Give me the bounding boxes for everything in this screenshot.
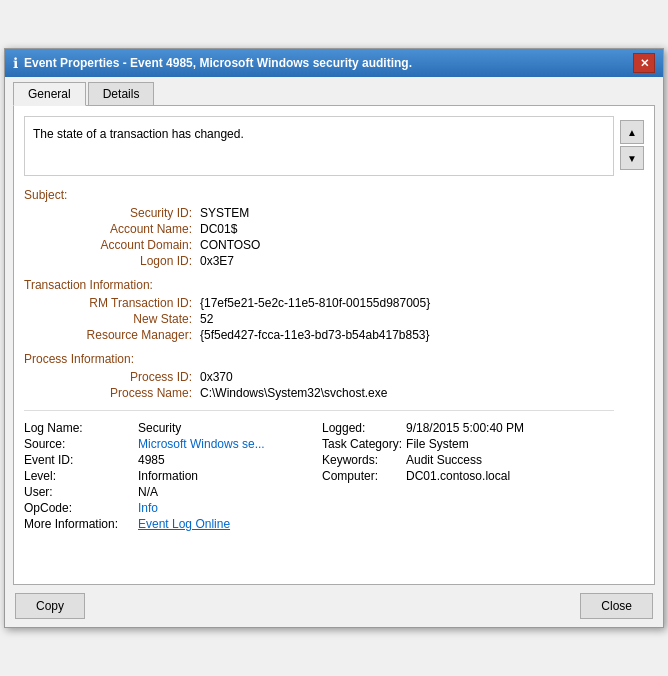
tab-general[interactable]: General — [13, 82, 86, 106]
table-row: Account Domain: CONTOSO — [24, 238, 614, 252]
info-row-source: Source: Microsoft Windows se... Task Cat… — [24, 437, 614, 451]
rm-transaction-id-label: RM Transaction ID: — [40, 296, 200, 310]
event-id-label: Event ID: — [24, 453, 134, 467]
process-id-value: 0x370 — [200, 370, 233, 384]
table-row: Account Name: DC01$ — [24, 222, 614, 236]
event-id-value: 4985 — [138, 453, 318, 467]
level-value: Information — [138, 469, 318, 483]
table-row: Process Name: C:\Windows\System32\svchos… — [24, 386, 614, 400]
table-row: RM Transaction ID: {17ef5e21-5e2c-11e5-8… — [24, 296, 614, 310]
log-name-value: Security — [138, 421, 318, 435]
resource-manager-value: {5f5ed427-fcca-11e3-bd73-b54ab417b853} — [200, 328, 430, 342]
tab-details[interactable]: Details — [88, 82, 155, 106]
security-id-value: SYSTEM — [200, 206, 249, 220]
keywords-label: Keywords: — [322, 453, 402, 467]
transaction-section: Transaction Information: RM Transaction … — [24, 278, 614, 342]
process-label: Process Information: — [24, 352, 614, 366]
info-grid: Log Name: Security Logged: 9/18/2015 5:0… — [24, 421, 614, 531]
title-icon: ℹ — [13, 55, 18, 71]
window-title: Event Properties - Event 4985, Microsoft… — [24, 56, 412, 70]
level-label: Level: — [24, 469, 134, 483]
keywords-value: Audit Success — [406, 453, 482, 467]
task-category-label: Task Category: — [322, 437, 402, 451]
source-value: Microsoft Windows se... — [138, 437, 318, 451]
info-row-more: More Information: Event Log Online — [24, 517, 614, 531]
table-row: Process ID: 0x370 — [24, 370, 614, 384]
divider — [24, 410, 614, 411]
footer: Copy Close — [5, 585, 663, 627]
main-content: The state of a transaction has changed. … — [24, 116, 614, 574]
description-text: The state of a transaction has changed. — [33, 127, 244, 141]
info-row-user: User: N/A — [24, 485, 614, 499]
process-name-label: Process Name: — [40, 386, 200, 400]
scroll-down-icon: ▼ — [627, 153, 637, 164]
user-label: User: — [24, 485, 134, 499]
table-row: New State: 52 — [24, 312, 614, 326]
copy-button[interactable]: Copy — [15, 593, 85, 619]
info-row-eventid: Event ID: 4985 Keywords: Audit Success — [24, 453, 614, 467]
info-row-level: Level: Information Computer: DC01.contos… — [24, 469, 614, 483]
opcode-value: Info — [138, 501, 318, 515]
content-area: The state of a transaction has changed. … — [13, 105, 655, 585]
table-row: Security ID: SYSTEM — [24, 206, 614, 220]
process-section: Process Information: Process ID: 0x370 P… — [24, 352, 614, 400]
tabs-container: General Details — [5, 77, 663, 105]
logon-id-value: 0x3E7 — [200, 254, 234, 268]
scroll-up-button[interactable]: ▲ — [620, 120, 644, 144]
transaction-label: Transaction Information: — [24, 278, 614, 292]
event-description: The state of a transaction has changed. — [24, 116, 614, 176]
event-log-online-link[interactable]: Event Log Online — [138, 517, 230, 531]
logon-id-label: Logon ID: — [40, 254, 200, 268]
table-row: Resource Manager: {5f5ed427-fcca-11e3-bd… — [24, 328, 614, 342]
subject-label: Subject: — [24, 188, 614, 202]
account-name-label: Account Name: — [40, 222, 200, 236]
scroll-up-icon: ▲ — [627, 127, 637, 138]
log-name-label: Log Name: — [24, 421, 134, 435]
computer-value: DC01.contoso.local — [406, 469, 510, 483]
account-name-value: DC01$ — [200, 222, 237, 236]
account-domain-label: Account Domain: — [40, 238, 200, 252]
process-id-label: Process ID: — [40, 370, 200, 384]
subject-section: Subject: Security ID: SYSTEM Account Nam… — [24, 188, 614, 268]
resource-manager-label: Resource Manager: — [40, 328, 200, 342]
title-bar-left: ℹ Event Properties - Event 4985, Microso… — [13, 55, 412, 71]
account-domain-value: CONTOSO — [200, 238, 260, 252]
window-close-button[interactable]: ✕ — [633, 53, 655, 73]
table-row: Logon ID: 0x3E7 — [24, 254, 614, 268]
opcode-label: OpCode: — [24, 501, 134, 515]
task-category-value: File System — [406, 437, 469, 451]
process-name-value: C:\Windows\System32\svchost.exe — [200, 386, 387, 400]
new-state-label: New State: — [40, 312, 200, 326]
info-row-logname: Log Name: Security Logged: 9/18/2015 5:0… — [24, 421, 614, 435]
new-state-value: 52 — [200, 312, 213, 326]
source-label: Source: — [24, 437, 134, 451]
scroll-down-button[interactable]: ▼ — [620, 146, 644, 170]
scroll-buttons: ▲ ▼ — [620, 116, 644, 574]
more-info-label: More Information: — [24, 517, 134, 531]
close-button[interactable]: Close — [580, 593, 653, 619]
logged-label: Logged: — [322, 421, 402, 435]
user-value: N/A — [138, 485, 318, 499]
logged-value: 9/18/2015 5:00:40 PM — [406, 421, 524, 435]
window: ℹ Event Properties - Event 4985, Microso… — [4, 48, 664, 628]
title-bar: ℹ Event Properties - Event 4985, Microso… — [5, 49, 663, 77]
rm-transaction-id-value: {17ef5e21-5e2c-11e5-810f-00155d987005} — [200, 296, 430, 310]
computer-label: Computer: — [322, 469, 402, 483]
security-id-label: Security ID: — [40, 206, 200, 220]
info-row-opcode: OpCode: Info — [24, 501, 614, 515]
